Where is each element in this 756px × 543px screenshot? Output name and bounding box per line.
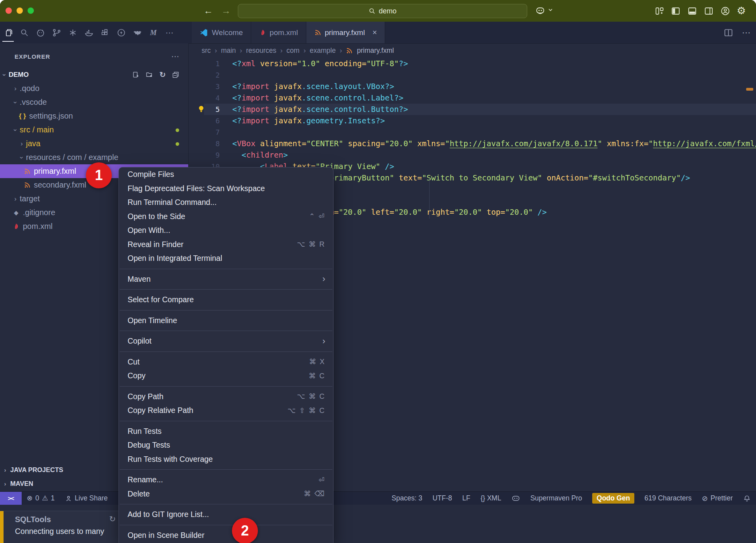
toggle-panel-icon[interactable] [687,6,697,16]
tree-root-demo[interactable]: ›DEMO↻ [0,68,188,82]
menu-item-copy-relative-path[interactable]: Copy Relative Path⌥ ⇧ ⌘ C [119,404,333,418]
menu-item-copy-path[interactable]: Copy Path⌥ ⌘ C [119,390,333,404]
activity-thunder[interactable] [113,22,129,43]
code-line-8[interactable]: 8<VBox alignment="CENTER" spacing="20.0"… [188,138,756,149]
breadcrumb-file[interactable]: primary.fxml [357,46,394,55]
account-icon[interactable] [720,6,730,16]
status-copilot[interactable] [506,492,525,505]
tree-item-.vscode[interactable]: ›.vscode [0,95,188,109]
breadcrumb[interactable]: src›main›resources›com›example›primary.f… [202,46,394,55]
menu-item-cut[interactable]: Cut⌘ X [119,355,333,369]
chevron-icon: › [0,480,10,487]
code-line-1[interactable]: 1<?xml version="1.0" encoding="UTF-8"?> [188,58,756,69]
menu-item-maven[interactable]: Maven› [119,272,333,286]
status-spaces-3[interactable]: Spaces: 3 [387,492,428,505]
minimize-window-button[interactable] [17,7,23,14]
menu-item-reveal-in-finder[interactable]: Reveal in Finder⌥ ⌘ R [119,238,333,252]
activity-source-control[interactable] [48,22,65,43]
menu-item-rename[interactable]: Rename...⏎ [119,473,333,487]
notification-toast[interactable]: SQLTools ↻ Connecting users to many [0,511,123,543]
code-line-3[interactable]: 3<?import javafx.scene.layout.VBox?> [188,81,756,92]
menu-item-open-in-integrated-terminal[interactable]: Open in Integrated Terminal [119,251,333,266]
more-actions-icon[interactable]: ⋯ [742,28,750,38]
tab-Welcome[interactable]: Welcome [192,22,251,43]
status-prettier[interactable]: ⊘Prettier [697,492,738,505]
menu-item-open-to-the-side[interactable]: Open to the Side⌃ ⏎ [119,210,333,224]
menu-item-open-with[interactable]: Open With... [119,223,333,238]
gear-icon[interactable]: ⚙ [737,5,746,17]
breadcrumb-item[interactable]: src [202,46,211,55]
menu-item-run-tests-with-coverage[interactable]: Run Tests with Coverage [119,452,333,467]
activity-files[interactable] [0,22,16,43]
copilot-icon[interactable] [535,6,546,16]
menu-item-copy[interactable]: Copy⌘ C [119,369,333,383]
toggle-sidebar-right-icon[interactable] [704,6,714,16]
refresh-icon[interactable]: ↻ [109,514,116,524]
breadcrumb-item[interactable]: example [309,46,335,55]
back-arrow-icon[interactable]: ← [204,5,213,16]
menu-item-open-in-scene-builder[interactable]: Open in Scene Builder [119,528,333,543]
close-tab-icon[interactable]: × [372,28,377,37]
breadcrumb-item[interactable]: resources [246,46,276,55]
live-share-button[interactable]: Live Share [60,492,113,505]
activity-testing[interactable] [65,22,81,43]
problems-status[interactable]: ⊗0 ⚠1 [22,492,60,505]
customize-layout-icon[interactable] [654,6,665,16]
activity-github[interactable] [32,22,48,43]
breadcrumb-item[interactable]: com [287,46,300,55]
menu-item-compile-files[interactable]: Compile Files [119,167,333,182]
code-line-7[interactable]: 7 [188,126,756,138]
maximize-window-button[interactable] [28,7,34,14]
activity-supermaven[interactable]: M [145,22,161,43]
line-number: 1 [188,58,220,69]
menu-item-delete[interactable]: Delete⌘ ⌫ [119,487,333,501]
activity-extensions[interactable] [97,22,113,43]
collapse-all-icon[interactable] [172,70,180,79]
remote-indicator[interactable]: >< [0,492,22,505]
code-line-9[interactable]: 9 <children> [188,149,756,161]
status-619-characters[interactable]: 619 Characters [639,492,697,505]
menu-item-open-timeline[interactable]: Open Timeline [119,314,333,328]
menu-item-add-to-git-ignore-list[interactable]: Add to GIT Ignore List... [119,508,333,522]
activity-ellipsis[interactable]: ⋯ [161,22,178,43]
command-center-search[interactable]: demo [238,4,527,18]
tree-item-resources-com-example[interactable]: ›resources / com / example [0,151,188,164]
new-file-icon[interactable] [132,70,139,79]
explorer-more-icon[interactable]: ⋯ [171,52,180,61]
toggle-sidebar-left-icon[interactable] [671,6,681,16]
code-line-5[interactable]: 5<?import javafx.scene.control.Button?> [188,104,756,115]
status-bell[interactable] [738,492,756,505]
tree-item-src-main[interactable]: ›src / main [0,123,188,137]
menu-item-copilot[interactable]: Copilot› [119,334,333,348]
tree-item-java[interactable]: ›java [0,137,188,151]
menu-item-label: Run Terminal Command... [128,198,217,207]
code-line-4[interactable]: 4<?import javafx.scene.control.Label?> [188,92,756,104]
menu-item-run-tests[interactable]: Run Tests [119,424,333,439]
split-editor-icon[interactable] [724,28,733,37]
activity-search[interactable] [16,22,32,43]
menu-item-debug-tests[interactable]: Debug Tests [119,438,333,452]
tree-item-.qodo[interactable]: ›.qodo [0,82,188,95]
status-label: LF [462,494,470,502]
activity-docker[interactable] [81,22,97,43]
code-line-2[interactable]: 2 [188,69,756,81]
chevron-down-icon[interactable] [548,7,553,12]
tab-pom.xml[interactable]: pom.xml [251,22,306,43]
code-line-6[interactable]: 6<?import javafx.geometry.Insets?> [188,115,756,126]
close-window-button[interactable] [6,7,12,14]
activity-bat[interactable] [129,22,145,43]
menu-item-flag-deprecated-files-scan-workspace[interactable]: Flag Deprecated Files: Scan Workspace [119,182,333,196]
breadcrumb-item[interactable]: main [221,46,236,55]
menu-item-run-terminal-command[interactable]: Run Terminal Command... [119,195,333,210]
status-qodo-gen[interactable]: Qodo Gen [587,492,639,505]
status-utf-8[interactable]: UTF-8 [427,492,457,505]
status--xml[interactable]: {} XML [475,492,506,505]
status-lf[interactable]: LF [457,492,475,505]
status-supermaven-pro[interactable]: Supermaven Pro [525,492,587,505]
new-folder-icon[interactable] [146,70,153,79]
tab-primary.fxml[interactable]: primary.fxml× [306,22,385,43]
menu-item-select-for-compare[interactable]: Select for Compare [119,293,333,307]
tree-item-settings.json[interactable]: { }settings.json [0,109,188,123]
forward-arrow-icon[interactable]: → [221,5,231,16]
refresh-icon[interactable]: ↻ [159,70,166,79]
